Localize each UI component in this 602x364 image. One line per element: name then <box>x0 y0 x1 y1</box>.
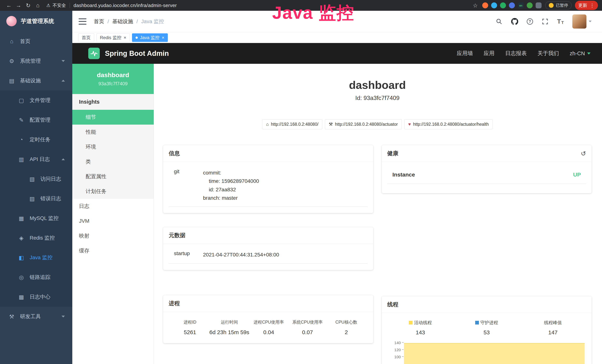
extension-icon[interactable] <box>482 2 488 8</box>
instance-name: dashboard <box>97 71 129 79</box>
sba-item-scheduled-tasks[interactable]: 计划任务 <box>72 184 154 199</box>
sidebar-item-redis-monitor[interactable]: ◈ Redis 监控 <box>0 228 72 248</box>
service-url-link[interactable]: ⌂ http://192.168.0.2:48080/ <box>262 119 322 129</box>
bookmark-star-icon[interactable]: ☆ <box>473 2 478 9</box>
sidebar-item-label: 基础设施 <box>20 77 41 84</box>
sba-item-metrics[interactable]: 性能 <box>72 125 154 139</box>
sba-item-details[interactable]: 细节 <box>72 110 154 125</box>
hamburger-icon[interactable] <box>79 18 86 25</box>
browser-bar: ← → ↻ ⌂ ⚠ 不安全 dashboard.yudao.iocoder.cn… <box>0 0 602 11</box>
breadcrumb-home[interactable]: 首页 <box>94 18 104 25</box>
breadcrumb: 首页 / 基础设施 / Java 监控 <box>94 18 164 25</box>
sidebar-item-file-manage[interactable]: ▢ 文件管理 <box>0 90 72 110</box>
sba-locale-select[interactable]: zh-CN <box>570 50 591 57</box>
browser-menu-icon[interactable]: ⋮ <box>590 3 595 8</box>
sba-main: dashboard Id: 93a3fc7f7409 ⌂ http://192.… <box>154 64 602 364</box>
app-sidebar: 芋道管理系统 ⌂ 首页 ⚙ 系统管理 ▤ 基础设施 <box>0 11 72 364</box>
actuator-url-link[interactable]: ⚒ http://192.168.0.2:48080/actuator <box>325 119 402 129</box>
history-icon[interactable]: ↺ <box>581 150 586 157</box>
sidebar-item-log-center[interactable]: ▩ 日志中心 <box>0 287 72 307</box>
github-icon[interactable] <box>511 18 518 25</box>
address-bar[interactable]: dashboard.yudao.iocoder.cn/infra/admin-s… <box>74 3 177 8</box>
close-icon[interactable]: × <box>124 35 126 40</box>
sidebar-item-api-log[interactable]: ▥ API 日志 <box>0 150 72 169</box>
sba-nav-journal[interactable]: 日志报表 <box>505 50 527 57</box>
avatar[interactable] <box>572 14 586 29</box>
back-icon[interactable]: ← <box>4 2 14 9</box>
sidebar-item-mysql-monitor[interactable]: ▦ MySQL 监控 <box>0 208 72 228</box>
sba-item-config-props[interactable]: 配置属性 <box>72 169 154 184</box>
paused-badge[interactable]: 已暂停 <box>545 1 572 10</box>
instance-header[interactable]: dashboard 93a3fc7f7409 <box>72 64 154 94</box>
tab-home[interactable]: 首页 <box>78 33 94 42</box>
sba-item-classes[interactable]: 类 <box>72 154 154 169</box>
sba-nav-applications[interactable]: 应用 <box>484 50 494 57</box>
extension-icon[interactable] <box>509 2 515 8</box>
refresh-icon[interactable]: ↻ <box>23 2 33 9</box>
app-title: 芋道管理系统 <box>21 17 54 25</box>
sidebar-item-system[interactable]: ⚙ 系统管理 <box>0 51 72 71</box>
sba-item-logs[interactable]: 日志 <box>72 199 154 214</box>
spring-boot-admin: Spring Boot Admin 应用墙 应用 日志报表 关于我们 zh-CN <box>72 43 602 364</box>
extension-icon[interactable] <box>500 2 506 8</box>
sidebar-item-config-manage[interactable]: ✎ 配置管理 <box>0 110 72 130</box>
sba-nav-wallboard[interactable]: 应用墙 <box>457 50 473 57</box>
close-icon[interactable]: × <box>162 35 164 40</box>
sba-nav-about[interactable]: 关于我们 <box>538 50 559 57</box>
sidebar-item-label: 日志中心 <box>30 293 50 300</box>
sba-item-jvm[interactable]: JVM <box>72 214 154 228</box>
wrench-icon: ⚒ <box>329 122 333 127</box>
metadata-card: 元数据 startup 2021-04-27T00:44:31.254+08:0… <box>163 227 373 270</box>
sidebar-item-infra[interactable]: ▤ 基础设施 <box>0 71 72 90</box>
forward-icon[interactable]: → <box>14 2 23 9</box>
sidebar-item-access-log[interactable]: ▧ 访问日志 <box>0 169 72 189</box>
help-icon[interactable]: ? <box>527 18 533 25</box>
metadata-card-title: 元数据 <box>163 227 373 244</box>
font-size-icon[interactable]: TT <box>557 18 564 25</box>
sidebar-item-scheduled-jobs[interactable]: ◔ 定时任务 <box>0 130 72 150</box>
extension-icon[interactable] <box>491 2 497 8</box>
legend-live-threads: 活动线程 143 <box>387 320 454 336</box>
extension-on-toggle-icon[interactable]: on <box>518 2 524 8</box>
threads-chart-plot <box>404 341 586 362</box>
browser-home-icon[interactable]: ⌂ <box>33 2 43 9</box>
sidebar-item-java-monitor[interactable]: ◧ Java 监控 <box>0 248 72 268</box>
tabs-bar: 首页 Redis 监控 × Java 监控 × <box>72 32 602 43</box>
update-button[interactable]: 更新 ⋮ <box>575 1 598 10</box>
chevron-down-icon <box>589 21 592 22</box>
smiley-icon <box>549 3 554 8</box>
security-indicator[interactable]: ⚠ 不安全 <box>46 2 66 8</box>
tab-java-monitor[interactable]: Java 监控 × <box>132 33 168 42</box>
sba-item-mappings[interactable]: 映射 <box>72 228 154 243</box>
breadcrumb-separator: / <box>137 19 138 24</box>
sidebar-item-home[interactable]: ⌂ 首页 <box>0 32 72 51</box>
extension-icon[interactable] <box>527 2 533 8</box>
user-menu[interactable] <box>572 14 592 29</box>
sba-item-environment[interactable]: 环境 <box>72 139 154 154</box>
active-dot <box>136 37 138 39</box>
app-logo-row[interactable]: 芋道管理系统 <box>0 11 72 32</box>
sba-logo-icon <box>88 48 100 59</box>
sidebar-item-tracing[interactable]: ◎ 链路追踪 <box>0 268 72 287</box>
search-icon[interactable] <box>495 18 503 25</box>
breadcrumb-section[interactable]: 基础设施 <box>112 18 133 25</box>
process-col-proc-cpu: 进程CPU使用率 0.04 <box>249 319 288 335</box>
home-icon: ⌂ <box>266 122 269 127</box>
java-icon: ◧ <box>17 254 25 261</box>
sidebar-item-label: 首页 <box>20 38 30 45</box>
sidebar-item-devtools[interactable]: ⚒ 研发工具 <box>0 307 72 326</box>
warning-icon: ⚠ <box>46 3 50 8</box>
sba-brand[interactable]: Spring Boot Admin <box>105 50 169 57</box>
fullscreen-icon[interactable] <box>542 18 548 25</box>
breadcrumb-current: Java 监控 <box>141 18 164 25</box>
tab-redis-monitor[interactable]: Redis 监控 × <box>97 33 130 42</box>
paused-label: 已暂停 <box>556 3 568 8</box>
extension-puzzle-icon[interactable] <box>536 2 542 8</box>
sidebar-item-label: 系统管理 <box>20 57 41 64</box>
screen: ← → ↻ ⌂ ⚠ 不安全 dashboard.yudao.iocoder.cn… <box>0 0 602 364</box>
chevron-down-icon <box>62 316 65 317</box>
sba-nav: 应用墙 应用 日志报表 关于我们 zh-CN <box>457 50 591 57</box>
health-url-link[interactable]: ♥ http://192.168.0.2:48080/actuator/heal… <box>404 119 493 129</box>
sba-item-caches[interactable]: 缓存 <box>72 243 154 258</box>
sidebar-item-error-log[interactable]: ▨ 错误日志 <box>0 189 72 208</box>
